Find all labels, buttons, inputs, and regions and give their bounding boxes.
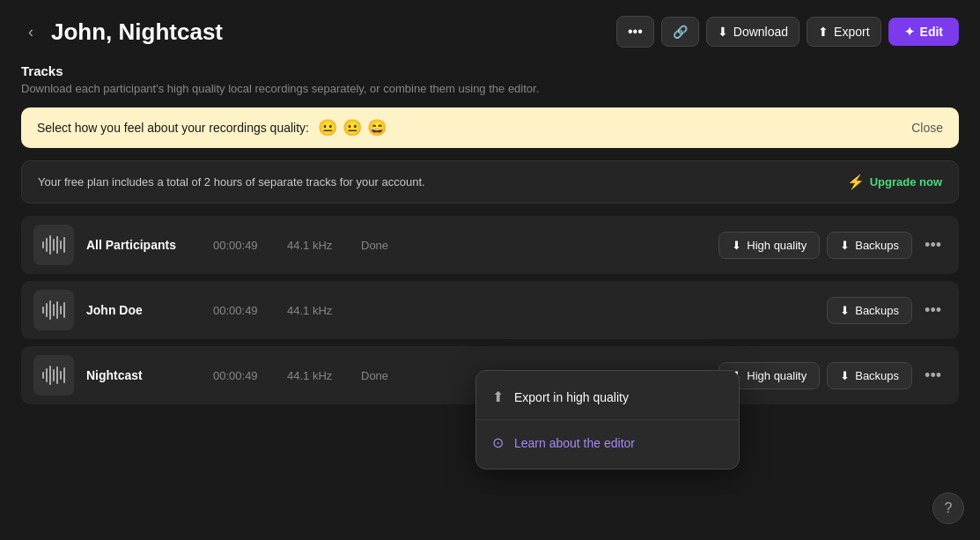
link-button[interactable]: 🔗 (661, 17, 699, 47)
upgrade-banner-text: Your free plan includes a total of 2 hou… (38, 175, 425, 189)
track-name: Nightcast (86, 368, 201, 382)
more-button[interactable]: ••• (616, 16, 654, 48)
learn-editor-item[interactable]: ⊙ Learn about the editor (476, 424, 739, 462)
emoji-3[interactable]: 😄 (367, 118, 387, 137)
track-status: Done (361, 369, 405, 382)
track-duration: 00:00:49 (213, 304, 275, 317)
track-status: Done (361, 239, 405, 252)
track-duration: 00:00:49 (213, 239, 275, 252)
section-title: Tracks (21, 63, 959, 78)
section-subtitle: Download each participant's high quality… (21, 82, 959, 95)
track-thumb (33, 290, 74, 330)
link-icon: 🔗 (673, 25, 688, 39)
header: ‹ John, Nightcast ••• 🔗 ⬇ Download ⬆ Exp… (0, 0, 980, 63)
back-button[interactable]: ‹ (21, 19, 41, 45)
track-duration: 00:00:49 (213, 369, 275, 382)
quality-banner-text: Select how you feel about your recording… (37, 121, 309, 135)
popup-menu: ⬆ Export in high quality ⊙ Learn about t… (475, 370, 740, 470)
page-title: John, Nightcast (51, 18, 606, 46)
backup-icon: ⬇ (840, 369, 850, 382)
help-icon: ? (945, 500, 953, 516)
waveform-icon (42, 365, 66, 386)
emoji-2[interactable]: 😐 (343, 118, 362, 137)
export-high-quality-item[interactable]: ⬆ Export in high quality (476, 378, 739, 416)
track-row: John Doe 00:00:49 44.1 kHz ⬇ Backups ••• (21, 281, 959, 339)
export-high-quality-label: Export in high quality (514, 390, 629, 404)
waveform-icon (42, 234, 66, 255)
track-actions: ⬇ Backups ••• (827, 297, 947, 324)
content-area: Tracks Download each participant's high … (0, 63, 980, 404)
help-circle-icon: ⊙ (492, 434, 504, 451)
backups-button[interactable]: ⬇ Backups (827, 232, 912, 259)
track-more-button[interactable]: ••• (919, 298, 947, 323)
backup-icon: ⬇ (840, 304, 850, 317)
track-more-button[interactable]: ••• (919, 363, 947, 388)
edit-icon: ✦ (904, 25, 915, 39)
backup-icon: ⬇ (840, 239, 850, 252)
track-hz: 44.1 kHz (287, 304, 349, 317)
emoji-1[interactable]: 😐 (318, 118, 337, 137)
track-thumb (33, 355, 74, 396)
export-button[interactable]: ⬆ Export (807, 17, 881, 47)
backups-button[interactable]: ⬇ Backups (827, 362, 912, 389)
track-thumb (33, 225, 74, 265)
track-name: All Participants (86, 238, 201, 252)
quality-banner-left: Select how you feel about your recording… (37, 118, 387, 137)
quality-banner: Select how you feel about your recording… (21, 107, 959, 148)
help-button[interactable]: ? (932, 492, 964, 524)
upload-icon: ⬆ (492, 388, 504, 405)
track-actions: ⬇ High quality ⬇ Backups ••• (718, 362, 947, 389)
download-button[interactable]: ⬇ Download (706, 17, 799, 47)
bolt-icon: ⚡ (847, 174, 865, 190)
track-hz: 44.1 kHz (287, 239, 349, 252)
learn-editor-label: Learn about the editor (514, 436, 635, 450)
track-row: All Participants 00:00:49 44.1 kHz Done … (21, 216, 959, 274)
export-icon: ⬆ (818, 25, 829, 39)
high-quality-button[interactable]: ⬇ High quality (718, 232, 820, 259)
emoji-row: 😐 😐 😄 (318, 118, 387, 137)
download-icon: ⬇ (732, 239, 741, 252)
track-actions: ⬇ High quality ⬇ Backups ••• (718, 232, 947, 259)
upgrade-button[interactable]: ⚡ Upgrade now (847, 174, 942, 190)
track-name: John Doe (86, 303, 201, 317)
popup-divider (476, 419, 739, 420)
download-icon: ⬇ (718, 25, 728, 39)
edit-button[interactable]: ✦ Edit (888, 18, 959, 46)
tracks-section-header: Tracks Download each participant's high … (21, 63, 959, 95)
backups-button[interactable]: ⬇ Backups (827, 297, 912, 324)
upgrade-banner: Your free plan includes a total of 2 hou… (21, 160, 959, 203)
close-banner-button[interactable]: Close (911, 121, 943, 135)
header-actions: ••• 🔗 ⬇ Download ⬆ Export ✦ Edit (616, 16, 959, 48)
track-hz: 44.1 kHz (287, 369, 349, 382)
track-more-button[interactable]: ••• (919, 233, 947, 258)
waveform-icon (42, 300, 66, 321)
